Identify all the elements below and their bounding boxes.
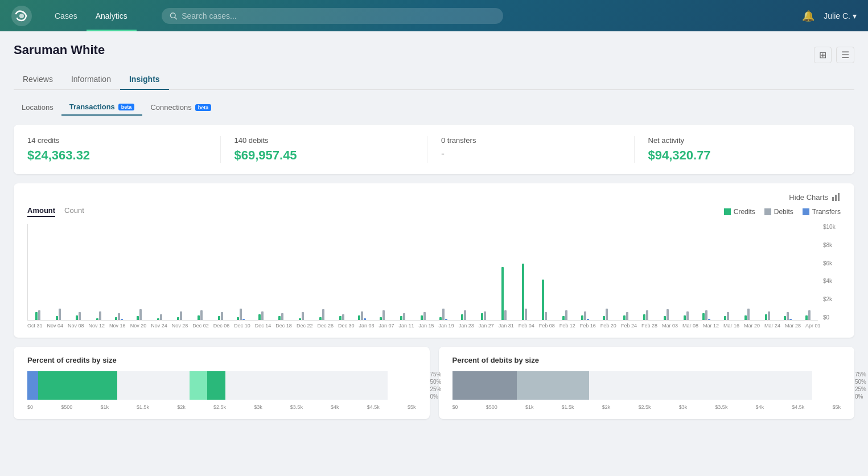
bar-green [400, 316, 402, 320]
bar-gray [667, 309, 669, 320]
bar-group [271, 224, 291, 320]
svg-point-1 [19, 14, 24, 18]
credits-bar-green-light [190, 371, 208, 400]
bar-group [798, 224, 818, 320]
bar-group [352, 224, 373, 320]
bar-green [581, 315, 583, 321]
nav-analytics[interactable]: Analytics [87, 0, 137, 31]
tab-information[interactable]: Information [62, 69, 120, 89]
bottom-charts: Percent of credits by size 75% 50% 25% 0… [14, 347, 854, 419]
credits-legend-color [724, 208, 731, 215]
legend-credits: Credits [724, 208, 755, 216]
bar-green [481, 313, 483, 320]
nav-cases[interactable]: Cases [46, 0, 87, 31]
bar-green [358, 315, 360, 321]
bar-gray [504, 310, 507, 320]
bar-gray [38, 310, 40, 320]
bar-group [534, 224, 555, 320]
bar-gray [646, 310, 648, 320]
bar-gray [302, 312, 304, 320]
credits-value: $24,363.32 [27, 148, 207, 163]
bar-group [393, 224, 413, 320]
bar-group [89, 224, 109, 320]
credits-legend-label: Credits [734, 208, 755, 216]
bar-gray [160, 314, 162, 320]
bar-gray [584, 311, 586, 320]
bar-gray [525, 309, 527, 320]
bar-group [48, 224, 69, 320]
bar-gray [747, 309, 750, 320]
bar-gray [403, 313, 405, 320]
logo[interactable] [11, 6, 32, 26]
bar-group [251, 224, 271, 320]
x-axis-labels: Oct 31Nov 04Nov 08Nov 12Nov 16Nov 20Nov … [27, 323, 841, 329]
bar-gray [200, 310, 203, 320]
page-content: Saruman White ⊞ ☰ Reviews Information In… [0, 31, 868, 476]
bar-green [522, 264, 524, 320]
debits-chart-title: Percent of debits by size [452, 356, 841, 364]
tab-reviews[interactable]: Reviews [14, 69, 62, 89]
bar-gray [606, 309, 608, 320]
connections-beta-badge: beta [195, 104, 212, 111]
bar-green [278, 316, 281, 320]
bar-gray [787, 312, 789, 320]
bar-green [96, 318, 98, 320]
sub-tab-transactions[interactable]: Transactions beta [61, 99, 143, 116]
bar-chart-icon [832, 192, 841, 202]
bar-green [784, 316, 786, 320]
bar-gray [808, 310, 811, 320]
transfers-legend-label: Transfers [812, 208, 841, 216]
bar-blue [789, 319, 792, 320]
credits-bar-blue [27, 371, 38, 400]
bar-group [109, 224, 129, 320]
bar-group [231, 224, 251, 320]
bar-group [778, 224, 798, 320]
chart-tab-amount[interactable]: Amount [27, 206, 55, 217]
net-activity-label: Net activity [648, 136, 828, 145]
sub-tab-locations[interactable]: Locations [14, 99, 61, 116]
bar-blue [708, 319, 710, 320]
sub-tab-connections[interactable]: Connections beta [142, 99, 219, 116]
bar-gray [59, 309, 61, 320]
comment-button[interactable]: ☰ [836, 47, 854, 63]
hide-charts-button[interactable]: Hide Charts [789, 192, 841, 202]
bar-group [68, 224, 89, 320]
bar-gray [382, 310, 385, 320]
legend-transfers: Transfers [803, 208, 841, 216]
credits-gap [117, 371, 190, 400]
user-name: Julie C. [824, 11, 850, 20]
user-menu[interactable]: Julie C. ▾ [824, 11, 857, 20]
debits-label: 140 debits [235, 136, 414, 145]
svg-rect-4 [832, 197, 834, 201]
add-button[interactable]: ⊞ [814, 47, 832, 63]
stat-credits: 14 credits $24,363.32 [27, 136, 221, 163]
page-title: Saruman White [14, 43, 105, 58]
bar-gray [686, 311, 689, 320]
chart-tab-count[interactable]: Count [64, 206, 84, 217]
svg-rect-6 [838, 193, 840, 201]
bar-group [291, 224, 312, 320]
bar-group [636, 224, 656, 320]
sub-tabs: Locations Transactions beta Connections … [14, 99, 854, 116]
bar-group [311, 224, 332, 320]
bar-gray [261, 311, 264, 320]
bar-group [494, 224, 515, 320]
search-input[interactable] [182, 11, 495, 20]
notification-icon[interactable]: 🔔 [802, 10, 814, 22]
search-bar [162, 8, 503, 24]
header: Cases Analytics 🔔 Julie C. ▾ [0, 0, 868, 31]
transfers-value: - [441, 148, 620, 160]
bar-green [562, 316, 565, 320]
bar-blue [121, 319, 123, 320]
tab-insights[interactable]: Insights [120, 69, 169, 89]
bar-group [575, 224, 595, 320]
bar-blue [242, 319, 245, 320]
net-activity-value: $94,320.77 [648, 148, 828, 163]
bar-gray [118, 313, 120, 320]
bar-group [615, 224, 636, 320]
bar-group [717, 224, 737, 320]
bar-gray [99, 311, 101, 320]
bar-green [664, 316, 666, 320]
debits-x-labels: $0 $500 $1k $1.5k $2k $2.5k $3k $3.5k $4… [452, 404, 841, 410]
bar-group [737, 224, 758, 320]
